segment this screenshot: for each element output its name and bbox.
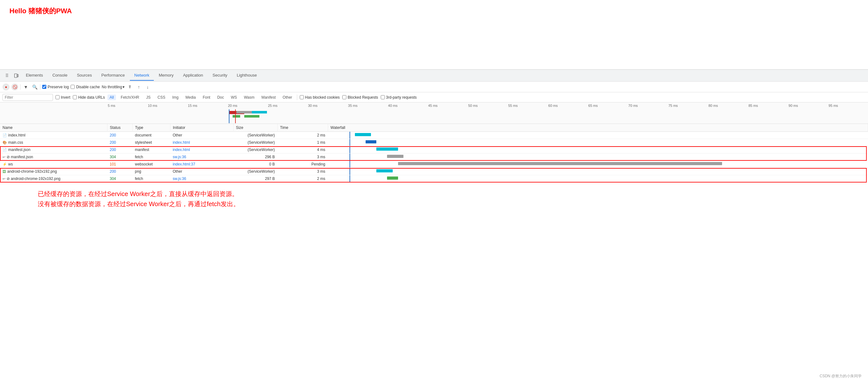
customize-devtools-icon[interactable]: ⠿ bbox=[2, 71, 11, 80]
toolbar-divider-2 bbox=[40, 84, 40, 90]
cell-waterfall bbox=[328, 146, 868, 154]
wifi-icon[interactable] bbox=[126, 84, 133, 91]
cell-initiator[interactable]: index.html bbox=[170, 139, 233, 146]
filter-fetch-xhr-btn[interactable]: Fetch/XHR bbox=[119, 95, 142, 100]
waterfall-bar bbox=[376, 169, 393, 172]
col-header-size: Size bbox=[233, 124, 277, 132]
upload-icon[interactable]: ↑ bbox=[135, 84, 142, 91]
tab-elements[interactable]: Elements bbox=[22, 70, 47, 81]
table-row[interactable]: 📄manifest.json200manifestindex.html(Serv… bbox=[0, 146, 868, 154]
filter-font-btn[interactable]: Font bbox=[200, 95, 212, 100]
filter-ws-btn[interactable]: WS bbox=[229, 95, 239, 100]
ruler-label-80ms: 80 ms bbox=[708, 104, 748, 109]
initiator-link[interactable]: index.html:37 bbox=[173, 162, 195, 166]
device-toolbar-icon[interactable] bbox=[12, 71, 21, 80]
cell-initiator[interactable]: index.html:37 bbox=[170, 161, 233, 168]
toolbar-divider-1 bbox=[20, 84, 21, 90]
cell-time: 4 ms bbox=[277, 146, 328, 154]
cell-time: 3 ms bbox=[277, 168, 328, 175]
throttling-select[interactable]: No throttling ▾ bbox=[102, 85, 125, 89]
ruler-label-65ms: 65 ms bbox=[588, 104, 628, 109]
table-row[interactable]: 🎨main.css200stylesheetindex.html(Service… bbox=[0, 139, 868, 146]
cell-type: manifest bbox=[132, 146, 170, 154]
preserve-log-label[interactable]: Preserve log bbox=[42, 85, 69, 89]
cell-status: 200 bbox=[107, 168, 132, 175]
initiator-link[interactable]: sw.js:36 bbox=[173, 177, 186, 181]
table-row[interactable]: ↩⊘ android-chrome-192x192.png304fetchsw.… bbox=[0, 175, 868, 183]
cell-time: 3 ms bbox=[277, 154, 328, 161]
has-blocked-cookies-label[interactable]: Has blocked cookies bbox=[300, 95, 340, 100]
ruler-label-45ms: 45 ms bbox=[427, 104, 467, 109]
tab-application[interactable]: Application bbox=[179, 70, 208, 81]
disable-cache-checkbox[interactable] bbox=[71, 85, 75, 89]
cell-size: (ServiceWorker) bbox=[233, 139, 277, 146]
col-header-name: Name bbox=[0, 124, 107, 132]
invert-checkbox[interactable] bbox=[56, 95, 60, 99]
table-row[interactable]: 🖼android-chrome-192x192.png200pngOther(S… bbox=[0, 168, 868, 175]
waterfall-bar bbox=[387, 177, 398, 180]
clear-button[interactable]: 🚫 bbox=[11, 84, 18, 91]
tab-lighthouse[interactable]: Lighthouse bbox=[232, 70, 261, 81]
invert-label[interactable]: Invert bbox=[56, 95, 70, 100]
search-icon[interactable]: 🔍 bbox=[31, 84, 38, 91]
download-icon[interactable]: ↓ bbox=[144, 84, 151, 91]
cell-initiator: Other bbox=[170, 168, 233, 175]
record-button[interactable]: ● bbox=[2, 84, 9, 91]
table-row[interactable]: ↩⊘ manifest.json304fetchsw.js:36296 B3 m… bbox=[0, 154, 868, 161]
filter-manifest-btn[interactable]: Manifest bbox=[259, 95, 278, 100]
blocked-requests-checkbox[interactable] bbox=[342, 95, 346, 99]
tab-console[interactable]: Console bbox=[48, 70, 72, 81]
comment-line1: 已经缓存的资源，在经过Service Worker之后，直接从缓存中返回资源。 bbox=[38, 189, 830, 199]
ruler-label-40ms: 40 ms bbox=[388, 104, 427, 109]
table-row[interactable]: ⚡ws101websocketindex.html:370 BPending bbox=[0, 161, 868, 168]
waterfall-bar bbox=[398, 162, 722, 165]
timeline-ruler: 5 ms 10 ms 15 ms 20 ms 25 ms 30 ms 35 ms… bbox=[0, 102, 868, 124]
filter-icon[interactable]: ▼ bbox=[22, 84, 29, 91]
cell-time: Pending bbox=[277, 161, 328, 168]
filter-wasm-btn[interactable]: Wasm bbox=[242, 95, 257, 100]
cell-initiator[interactable]: sw.js:36 bbox=[170, 175, 233, 183]
cell-waterfall bbox=[328, 168, 868, 175]
initiator-link[interactable]: sw.js:36 bbox=[173, 155, 186, 159]
cell-waterfall bbox=[328, 175, 868, 183]
ruler-label-60ms: 60 ms bbox=[548, 104, 588, 109]
tab-memory[interactable]: Memory bbox=[154, 70, 178, 81]
devtools-panel: ⠿ Elements Console Sources Performance N… bbox=[0, 69, 868, 215]
preserve-log-checkbox[interactable] bbox=[42, 85, 46, 89]
cell-initiator[interactable]: index.html bbox=[170, 146, 233, 154]
ruler-label-75ms: 75 ms bbox=[668, 104, 708, 109]
filter-input[interactable] bbox=[2, 94, 53, 101]
filter-all-btn[interactable]: All bbox=[107, 95, 116, 100]
filter-media-btn[interactable]: Media bbox=[183, 95, 198, 100]
disable-cache-label[interactable]: Disable cache bbox=[71, 85, 100, 89]
cell-name: 🎨main.css bbox=[0, 139, 107, 146]
cell-type: document bbox=[132, 132, 170, 139]
filter-doc-btn[interactable]: Doc bbox=[215, 95, 226, 100]
cell-name: 📄index.html bbox=[0, 132, 107, 139]
svg-rect-1 bbox=[17, 74, 18, 77]
filter-css-btn[interactable]: CSS bbox=[155, 95, 168, 100]
ruler-label-70ms: 70 ms bbox=[628, 104, 668, 109]
hide-data-urls-label[interactable]: Hide data URLs bbox=[73, 95, 105, 100]
tab-security[interactable]: Security bbox=[208, 70, 231, 81]
svg-rect-0 bbox=[14, 74, 17, 77]
tab-performance[interactable]: Performance bbox=[97, 70, 129, 81]
tab-network[interactable]: Network bbox=[130, 70, 154, 81]
mini-bar-5 bbox=[252, 111, 267, 114]
table-row[interactable]: 📄index.html200documentOther(ServiceWorke… bbox=[0, 132, 868, 139]
initiator-link[interactable]: index.html bbox=[173, 148, 190, 152]
ruler-label-90ms: 90 ms bbox=[788, 104, 828, 109]
filter-img-btn[interactable]: Img bbox=[170, 95, 181, 100]
initiator-link[interactable]: index.html bbox=[173, 140, 190, 145]
third-party-requests-label[interactable]: 3rd-party requests bbox=[381, 95, 417, 100]
hide-data-urls-checkbox[interactable] bbox=[73, 95, 77, 99]
blocked-requests-label[interactable]: Blocked Requests bbox=[342, 95, 378, 100]
has-blocked-cookies-checkbox[interactable] bbox=[300, 95, 304, 99]
filter-other-btn[interactable]: Other bbox=[280, 95, 294, 100]
cell-initiator[interactable]: sw.js:36 bbox=[170, 154, 233, 161]
tab-sources[interactable]: Sources bbox=[72, 70, 96, 81]
ruler-label-85ms: 85 ms bbox=[748, 104, 788, 109]
third-party-requests-checkbox[interactable] bbox=[381, 95, 385, 99]
ruler-label-5ms: 5 ms bbox=[107, 104, 147, 109]
filter-js-btn[interactable]: JS bbox=[144, 95, 153, 100]
